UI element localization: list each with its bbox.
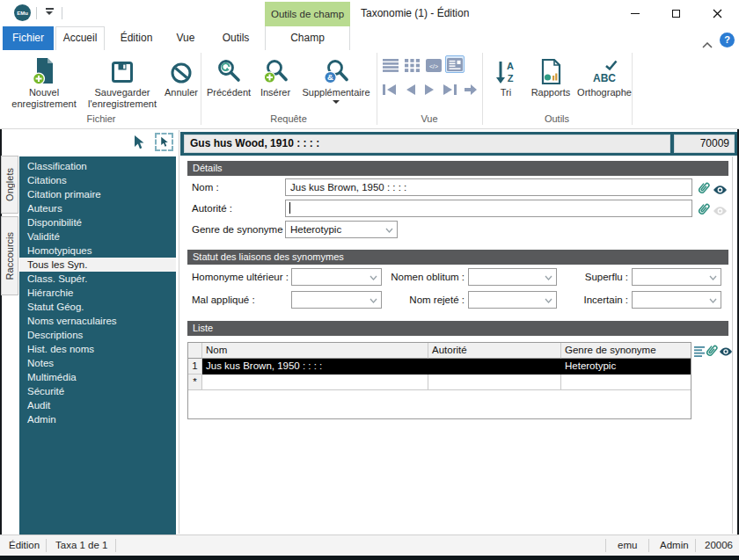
vertical-tab-raccourcis[interactable]: Raccourcis	[1, 216, 18, 295]
sidebar-item-securite[interactable]: Sécurité	[19, 384, 176, 398]
search-insert-button[interactable]: Insérer	[255, 54, 296, 98]
nomen-oblitum-label: Nomen oblitum :	[377, 268, 465, 286]
code-view-button[interactable]: </>	[424, 56, 443, 74]
next-record-button[interactable]	[420, 81, 439, 98]
nom-input[interactable]	[285, 178, 692, 196]
cell-autorite[interactable]	[428, 359, 561, 375]
reports-button[interactable]: Rapports	[526, 54, 575, 98]
table-attach-button[interactable]	[705, 342, 719, 362]
column-header-genre[interactable]: Genre de synonyme	[561, 343, 691, 359]
column-header-nom[interactable]: Nom	[202, 343, 428, 359]
cell-autorite-empty[interactable]	[428, 375, 561, 390]
nomen-oblitum-select[interactable]	[468, 268, 557, 286]
sidebar-item-multimedia[interactable]: Multimédia	[19, 370, 176, 384]
search-previous-label: Précédent	[204, 87, 253, 98]
nom-rejete-select[interactable]	[468, 291, 557, 309]
emu-logo[interactable]: EMu	[14, 4, 31, 21]
previous-record-button[interactable]	[400, 81, 420, 98]
next-record-icon	[424, 84, 435, 96]
autorite-attach-button[interactable]	[697, 200, 711, 221]
cancel-label: Annuler	[162, 87, 201, 98]
table-new-row[interactable]: *	[188, 375, 691, 390]
sidebar-item-noms-vernaculaires[interactable]: Noms vernaculaires	[19, 314, 176, 328]
goto-record-button[interactable]	[461, 81, 480, 98]
tab-accueil[interactable]: Accueil	[55, 26, 105, 50]
section-header-details: Détails	[187, 161, 728, 176]
search-insert-icon	[255, 54, 296, 87]
tab-vue[interactable]: Vue	[165, 26, 206, 50]
sidebar-item-descriptions[interactable]: Descriptions	[19, 328, 176, 342]
nom-attach-button[interactable]	[697, 179, 711, 200]
status-group: Admin	[660, 535, 689, 556]
cell-genre[interactable]: Heterotypic	[561, 359, 691, 375]
sidebar-item-citations[interactable]: Citations	[19, 173, 176, 187]
homonyme-ulterieur-select[interactable]	[291, 268, 382, 286]
quick-access-dropdown-icon[interactable]	[44, 8, 55, 18]
grid-view-button[interactable]	[402, 56, 421, 74]
sidebar-item-auteurs[interactable]: Auteurs	[19, 201, 176, 215]
sidebar-item-tous-les-syn[interactable]: Tous les Syn.	[19, 258, 176, 272]
superflu-select[interactable]	[632, 268, 721, 286]
cancel-button[interactable]: Annuler	[162, 54, 201, 98]
table-row[interactable]: 1 Jus kus Brown, 1950 : : : : Heterotypi…	[188, 359, 691, 375]
status-mode: Édition	[9, 535, 40, 556]
sidebar-item-classification[interactable]: Classification	[19, 159, 176, 173]
sidebar-item-class-super[interactable]: Class. Supér.	[19, 272, 176, 286]
cell-genre-empty[interactable]	[561, 375, 691, 390]
sidebar-item-notes[interactable]: Notes	[19, 356, 176, 370]
incertain-label: Incertain :	[552, 291, 628, 309]
cursor-tool-button[interactable]	[132, 135, 145, 154]
nom-view-button[interactable]	[713, 183, 728, 199]
genre-synonyme-select[interactable]: Heterotypic	[285, 221, 398, 238]
last-record-button[interactable]	[440, 81, 459, 98]
first-record-button[interactable]	[379, 81, 399, 98]
save-record-button[interactable]: Sauvegarder l'enregistrement	[84, 54, 160, 110]
sidebar-item-homotypiques[interactable]: Homotypiques	[19, 244, 176, 258]
chevron-down-icon	[709, 275, 717, 280]
tab-edition[interactable]: Édition	[112, 26, 161, 50]
maximize-button[interactable]	[656, 0, 695, 26]
sidebar-item-statut-geog[interactable]: Statut Géog.	[19, 300, 176, 314]
search-previous-button[interactable]: Précédent	[204, 54, 253, 98]
row-number-header	[188, 343, 202, 359]
sidebar-item-audit[interactable]: Audit	[19, 398, 176, 412]
tab-fichier[interactable]: Fichier	[3, 26, 54, 50]
select-region-tool-button[interactable]	[155, 133, 173, 151]
close-button[interactable]	[698, 0, 736, 26]
list-view-button[interactable]	[381, 56, 400, 74]
incertain-select[interactable]	[632, 291, 721, 309]
sidebar-item-citation-primaire[interactable]: Citation primaire	[19, 187, 176, 201]
autorite-input[interactable]	[285, 200, 692, 217]
vertical-tab-onglets[interactable]: Onglets	[1, 156, 18, 214]
form-view-button[interactable]	[445, 55, 465, 73]
svg-text:Z: Z	[508, 73, 514, 84]
table-view-button[interactable]	[719, 345, 733, 360]
app-window: EMu Outils de champ Taxonomie (1) - Édit…	[0, 0, 739, 560]
column-header-autorite[interactable]: Autorité	[428, 343, 561, 359]
reports-label: Rapports	[526, 87, 575, 98]
splitter[interactable]	[179, 130, 179, 534]
autorite-view-button-disabled	[713, 204, 728, 220]
minimize-button[interactable]	[616, 0, 655, 26]
search-insert-label: Insérer	[255, 87, 296, 98]
help-button[interactable]: ?	[720, 33, 735, 47]
cell-nom[interactable]: Jus kus Brown, 1950 : : : :	[202, 359, 428, 375]
new-record-button[interactable]: Nouvel enregistrement	[5, 54, 83, 110]
table-fill-button[interactable]	[694, 345, 705, 360]
sidebar-item-validite[interactable]: Validité	[19, 229, 176, 244]
tab-outils[interactable]: Outils	[211, 26, 260, 50]
close-icon	[713, 9, 722, 18]
cell-nom-empty[interactable]	[202, 375, 428, 390]
sidebar-item-hist-des-noms[interactable]: Hist. des noms	[19, 342, 176, 356]
sort-button[interactable]: A Z Tri	[489, 54, 523, 98]
superflu-label: Superflu :	[552, 268, 628, 286]
sidebar-item-admin[interactable]: Admin	[19, 412, 176, 426]
sidebar-item-disponibilite[interactable]: Disponibilité	[19, 215, 176, 229]
search-supplement-button[interactable]: & Supplémentaire	[297, 54, 375, 104]
status-separator	[695, 539, 696, 552]
mal-applique-select[interactable]	[291, 291, 382, 309]
maximize-icon	[672, 10, 680, 18]
spelling-button[interactable]: ABC Orthographe	[577, 54, 632, 98]
sidebar-item-hierarchie[interactable]: Hiérarchie	[19, 286, 176, 300]
tab-champ[interactable]: Champ	[265, 26, 350, 50]
